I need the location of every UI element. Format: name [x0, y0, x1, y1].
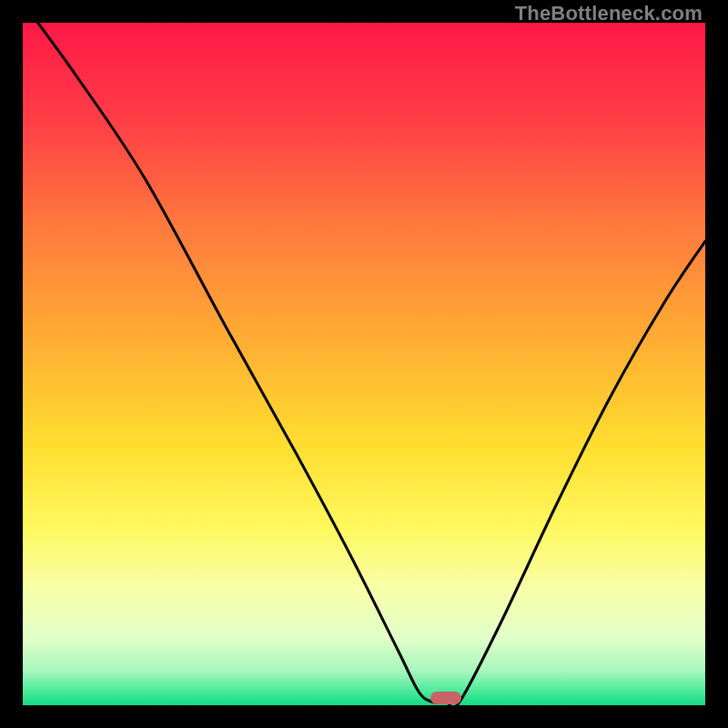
watermark-label: TheBottleneck.com	[515, 2, 703, 25]
bottleneck-curve	[23, 23, 705, 705]
chart-frame: TheBottleneck.com	[0, 0, 728, 728]
curve-layer	[23, 23, 705, 705]
optimal-marker	[430, 692, 461, 704]
plot-area	[23, 23, 705, 705]
